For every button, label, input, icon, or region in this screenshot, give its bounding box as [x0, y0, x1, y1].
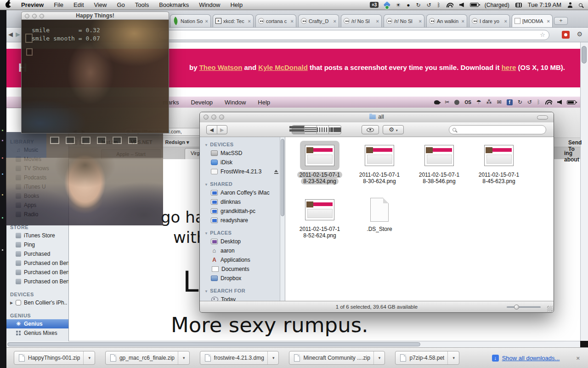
- toolbar-toggle-button[interactable]: [537, 115, 548, 120]
- sidebar-shared-header[interactable]: SHARED: [200, 180, 285, 188]
- sidebar-places-header[interactable]: PLACES: [200, 229, 285, 237]
- download-button[interactable]: frostwire-4.21.3.dmg ▾: [200, 351, 279, 365]
- theo-watson-link[interactable]: Theo Watson: [199, 63, 243, 71]
- quick-look-button[interactable]: [362, 125, 379, 134]
- sidebar-item[interactable]: MacSSD: [200, 149, 285, 158]
- scrollbar-thumb[interactable]: [582, 46, 587, 63]
- menu-item[interactable]: Bookmarks: [159, 1, 189, 8]
- download-here-link[interactable]: here: [502, 63, 516, 71]
- happy-things-title-bar[interactable]: Happy Things!: [21, 12, 169, 20]
- search-input[interactable]: [459, 126, 542, 133]
- horizontal-scrollbar[interactable]: [6, 341, 580, 347]
- tab-close-icon[interactable]: ×: [462, 18, 464, 24]
- tab-close-icon[interactable]: ×: [291, 18, 294, 24]
- icon-size-slider[interactable]: [507, 306, 541, 308]
- finder-search-field[interactable]: [449, 125, 546, 134]
- notification-badge[interactable]: +3: [370, 2, 379, 8]
- chevron-down-icon[interactable]: ▾: [451, 356, 456, 360]
- file-item[interactable]: 2011-02-15-07-1 8-30-624.png: [350, 141, 409, 195]
- sidebar-item[interactable]: iDisk: [200, 158, 285, 167]
- sidebar-item[interactable]: Aaron Coffey's iMac: [200, 188, 285, 197]
- sidebar-item[interactable]: dlinknas: [200, 197, 285, 207]
- download-button[interactable]: gp_mac_rc6_finale.zip ▾: [105, 351, 190, 365]
- file-item[interactable]: 2011-02-15-07-1 8-23-524.png: [290, 141, 350, 195]
- scrollbar-thumb[interactable]: [7, 342, 420, 346]
- scrollbar-thumb[interactable]: [281, 139, 284, 216]
- action-menu-button[interactable]: ⚙ ▾: [383, 125, 404, 134]
- minimize-button[interactable]: [32, 14, 37, 18]
- address-bar[interactable]: ☆: [158, 30, 549, 40]
- finder-title-bar[interactable]: all: [200, 112, 554, 122]
- file-item[interactable]: 2011-02-15-07-1 8-45-623.png: [469, 141, 529, 195]
- file-item[interactable]: .DS_Store: [350, 195, 409, 249]
- browser-tab[interactable]: An walkin ×: [426, 14, 467, 27]
- file-item[interactable]: 2011-02-15-07-1 8-38-546.png: [409, 141, 469, 195]
- time-machine-icon[interactable]: ↺: [426, 2, 431, 8]
- browser-tab[interactable]: cortana c ×: [255, 14, 296, 27]
- bluetooth-icon[interactable]: ᛒ: [437, 2, 441, 8]
- browser-tab[interactable]: xkcd: Tec ×: [213, 14, 254, 27]
- new-tab-button[interactable]: +: [554, 17, 568, 25]
- zoom-button[interactable]: [219, 115, 224, 120]
- menu-item[interactable]: Edit: [74, 1, 84, 8]
- zoom-button[interactable]: [40, 14, 44, 18]
- sidebar-item[interactable]: readyshare: [200, 216, 285, 225]
- sidebar-search-header[interactable]: SEARCH FOR: [200, 287, 285, 295]
- menu-item[interactable]: Go: [117, 1, 124, 8]
- tab-close-icon[interactable]: ×: [248, 18, 251, 24]
- tab-close-icon[interactable]: ×: [547, 18, 550, 24]
- menu-item[interactable]: View: [94, 1, 107, 8]
- browser-tab[interactable]: /r/ No Sl ×: [384, 14, 424, 27]
- sidebar-item[interactable]: Dropbox: [200, 274, 285, 283]
- browser-tab[interactable]: /r/ No Sl ×: [341, 14, 382, 27]
- resize-grip[interactable]: [547, 306, 553, 311]
- adblock-extension-icon[interactable]: [562, 31, 570, 39]
- browser-tab[interactable]: I dare yo ×: [469, 14, 510, 27]
- show-all-downloads-link[interactable]: Show all downloads...: [502, 355, 560, 362]
- column-view-button[interactable]: [317, 126, 329, 134]
- window-controls[interactable]: [25, 14, 44, 18]
- download-button[interactable]: p7zip-4.58.pet ▾: [395, 351, 459, 365]
- chevron-down-icon[interactable]: ▾: [377, 356, 382, 360]
- volume-icon[interactable]: [459, 3, 464, 7]
- download-button[interactable]: HappyThings-001.zip ▾: [14, 351, 95, 365]
- coverflow-view-button[interactable]: [328, 126, 341, 134]
- browser-tab[interactable]: [MODMA ×: [512, 14, 553, 27]
- flux-icon[interactable]: ●: [407, 2, 410, 8]
- slider-thumb[interactable]: [514, 305, 519, 310]
- kyle-mcdonald-link[interactable]: Kyle McDonald: [258, 63, 308, 71]
- browser-tab[interactable]: Nation So ×: [170, 14, 211, 27]
- list-view-button[interactable]: [304, 126, 317, 134]
- minimize-button[interactable]: [211, 115, 216, 120]
- browser-tab[interactable]: Crafty_D ×: [298, 14, 339, 27]
- sidebar-devices-header[interactable]: DEVICES: [200, 140, 285, 149]
- fast-user-switch-icon[interactable]: [567, 2, 573, 8]
- brightness-icon[interactable]: ☀: [396, 2, 401, 8]
- sidebar-item[interactable]: FrostWire-4.21.3: [200, 167, 285, 176]
- sidebar-item[interactable]: Today: [200, 295, 285, 301]
- bookmark-star-icon[interactable]: ☆: [540, 31, 545, 38]
- window-controls[interactable]: [204, 115, 224, 120]
- sidebar-item[interactable]: Documents: [200, 264, 285, 274]
- tab-close-icon[interactable]: ×: [376, 18, 379, 24]
- wifi-icon[interactable]: [447, 3, 453, 7]
- icon-view-button[interactable]: [292, 126, 304, 134]
- close-button[interactable]: [204, 115, 209, 120]
- sidebar-scrollbar[interactable]: [280, 137, 285, 301]
- chevron-down-icon[interactable]: ▾: [181, 356, 187, 360]
- active-app-name[interactable]: Preview: [21, 1, 44, 8]
- sidebar-item[interactable]: Applications: [200, 255, 285, 264]
- menu-item[interactable]: Help: [230, 1, 243, 8]
- battery-icon[interactable]: [470, 3, 479, 7]
- menu-item[interactable]: Window: [199, 1, 220, 8]
- chevron-down-icon[interactable]: ▾: [87, 356, 92, 360]
- download-button[interactable]: Minecraft Community ....zip ▾: [289, 351, 385, 365]
- view-mode-control[interactable]: [292, 125, 341, 134]
- close-button[interactable]: [25, 14, 29, 18]
- menu-item[interactable]: Tools: [135, 1, 149, 8]
- vertical-scrollbar[interactable]: [580, 42, 588, 341]
- browser-menu-wrench-icon[interactable]: ⚙: [577, 30, 582, 38]
- menu-bar-clock[interactable]: Tue 7:19 AM: [528, 1, 561, 8]
- tab-close-icon[interactable]: ×: [419, 18, 422, 24]
- spotlight-icon[interactable]: [579, 3, 582, 7]
